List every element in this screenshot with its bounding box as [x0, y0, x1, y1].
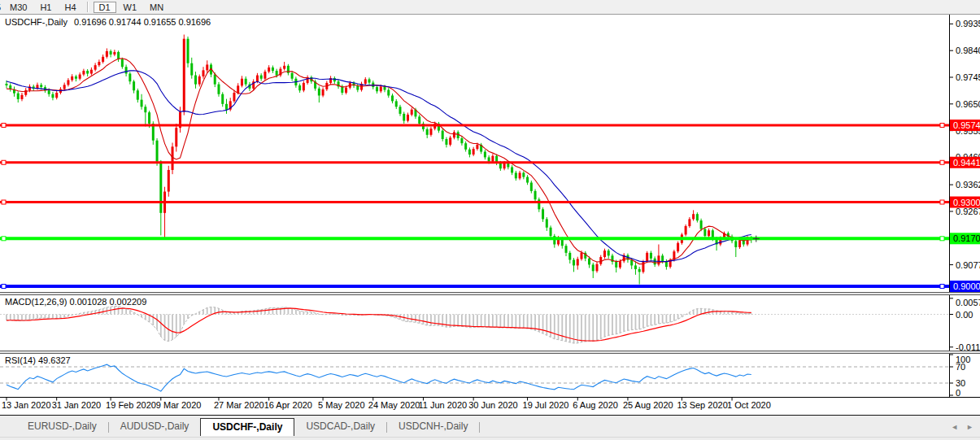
- price-chart-canvas[interactable]: 0.993500.984000.974500.965000.955500.946…: [0, 0, 980, 440]
- rsi-value: 49.6327: [38, 355, 71, 365]
- price-badge-0.93005: 0.93005: [950, 197, 980, 208]
- timeframe-button-mn[interactable]: MN: [144, 2, 169, 13]
- time-axis-label: 13 Sep 2020: [677, 400, 727, 410]
- time-axis-label: 11 Jun 2020: [418, 400, 467, 410]
- ma-slow-line: [7, 71, 751, 262]
- time-axis-label: 16 Apr 2020: [264, 400, 312, 410]
- mt4-chart-window: 5 M30 H1 H4 D1 W1 MN 0.993500.984000.974…: [0, 0, 980, 440]
- line-handle-left[interactable]: [2, 285, 6, 289]
- svg-text:0.90009: 0.90009: [953, 281, 980, 291]
- toolbar-separator: [87, 2, 89, 12]
- tab-scroll-right-icon[interactable]: ►: [966, 423, 973, 431]
- macd-name: MACD(12,26,9): [5, 297, 67, 307]
- svg-text:0.93005: 0.93005: [953, 198, 980, 207]
- line-handle-left[interactable]: [2, 160, 6, 164]
- price-axis-tick: 0.90775: [956, 260, 980, 270]
- chart-symbol-period: USDCHF-,Daily: [5, 17, 68, 27]
- line-handle-left[interactable]: [2, 237, 6, 241]
- chart-tab-audusd[interactable]: AUDUSD-,Daily: [109, 418, 201, 435]
- price-axis-tick: 0.92675: [956, 207, 980, 216]
- price-axis-tick: 0.93625: [956, 180, 980, 190]
- rsi-layer: [0, 364, 949, 391]
- timeframe-toolbar: 5 M30 H1 H4 D1 W1 MN: [0, 0, 980, 15]
- time-axis-label: 6 Aug 2020: [573, 400, 618, 410]
- macd-layer: [0, 306, 949, 343]
- chart-tab-usdchf[interactable]: USDCHF-,Daily: [200, 418, 294, 436]
- horizontal-line-0.95742[interactable]: [0, 124, 949, 128]
- line-handle-left[interactable]: [2, 200, 6, 204]
- time-axis-label: 19 Feb 2020: [106, 400, 156, 410]
- price-badge-0.90009: 0.90009: [950, 281, 980, 292]
- tab-separator: [479, 422, 480, 433]
- timeframe-button-h4[interactable]: H4: [59, 2, 81, 13]
- horizontal-line-0.90009[interactable]: [0, 285, 949, 289]
- rsi-line: [7, 364, 751, 391]
- chart-tab-usdcad[interactable]: USDCAD-,Daily: [294, 418, 386, 435]
- line-handle-right[interactable]: [940, 285, 944, 289]
- time-axis-label: 25 Aug 2020: [623, 400, 673, 410]
- price-badge-0.95742: 0.95742: [950, 120, 980, 131]
- macd-label: MACD(12,26,9) 0.001028 0.002209: [5, 297, 146, 307]
- time-axis-label: 19 Jul 2020: [523, 400, 569, 410]
- bottom-divider: [0, 437, 980, 438]
- chart-tab-usdcnh[interactable]: USDCNH-,Daily: [387, 418, 479, 435]
- timeframe-button-d1[interactable]: D1: [94, 2, 116, 13]
- price-axis-tick: 0.98400: [956, 46, 980, 55]
- current-bar-marker: [753, 236, 760, 242]
- macd-axis-tick: -0.011738: [956, 342, 980, 352]
- time-axis-label: 24 May 2020: [368, 400, 420, 410]
- timeframe-button-m30[interactable]: M30: [4, 2, 33, 13]
- horizontal-line-0.94417[interactable]: [0, 160, 949, 164]
- horizontal-line-0.93005[interactable]: [0, 200, 949, 204]
- rsi-name: RSI(14): [5, 355, 36, 365]
- chart-ohlc-readout: 0.91696 0.91744 0.91655 0.91696: [74, 17, 211, 27]
- price-badge-0.91709: 0.91709: [950, 233, 980, 244]
- line-handle-right[interactable]: [940, 200, 944, 204]
- macd-axis-tick: 0.00: [956, 310, 973, 320]
- time-axis-label: 5 May 2020: [318, 400, 364, 410]
- line-handle-left[interactable]: [2, 124, 6, 128]
- price-axis-tick: 0.96500: [956, 99, 980, 109]
- svg-text:0.95742: 0.95742: [953, 120, 980, 130]
- macd-axis-tick: 0.005744: [956, 298, 980, 307]
- price-badge-0.94417: 0.94417: [950, 157, 980, 168]
- tab-scroll-arrows[interactable]: ◄►: [943, 423, 973, 431]
- rsi-label: RSI(14) 49.6327: [5, 355, 71, 365]
- timeframe-button-w1[interactable]: W1: [118, 2, 143, 13]
- candles-layer: [6, 35, 753, 285]
- chart-title: USDCHF-,Daily0.91696 0.91744 0.91655 0.9…: [5, 17, 211, 27]
- time-axis-label: 13 Jan 2020: [2, 400, 51, 410]
- time-axis-label: 27 Mar 2020: [214, 400, 264, 410]
- rsi-axis-tick: 30: [956, 378, 965, 388]
- rsi-axis-tick: 0: [956, 388, 960, 398]
- time-axis-label: 30 Jun 2020: [468, 400, 518, 410]
- line-handle-right[interactable]: [940, 160, 944, 164]
- price-axis-tick: 0.99350: [956, 19, 980, 28]
- timeframe-button-h1[interactable]: H1: [34, 2, 57, 13]
- ma-fast-line: [7, 59, 751, 264]
- svg-text:0.94417: 0.94417: [953, 158, 980, 168]
- line-handle-right[interactable]: [940, 124, 944, 128]
- rsi-axis-tick: 70: [956, 362, 965, 372]
- line-handle-right[interactable]: [940, 237, 944, 241]
- chart-tab-eurusd[interactable]: EURUSD-,Daily: [16, 418, 108, 435]
- price-axis-tick: 0.97450: [956, 72, 980, 82]
- time-axis-label: 31 Jan 2020: [52, 400, 102, 410]
- time-axis-label: 9 Mar 2020: [156, 400, 202, 410]
- horizontal-line-0.91709[interactable]: [0, 237, 949, 241]
- svg-text:0.91709: 0.91709: [953, 233, 980, 243]
- time-axis-label: 1 Oct 2020: [727, 400, 771, 410]
- macd-values: 0.001028 0.002209: [69, 297, 146, 307]
- tab-scroll-left-icon[interactable]: ◄: [951, 423, 958, 431]
- timeframe-button-partial[interactable]: 5: [0, 2, 2, 13]
